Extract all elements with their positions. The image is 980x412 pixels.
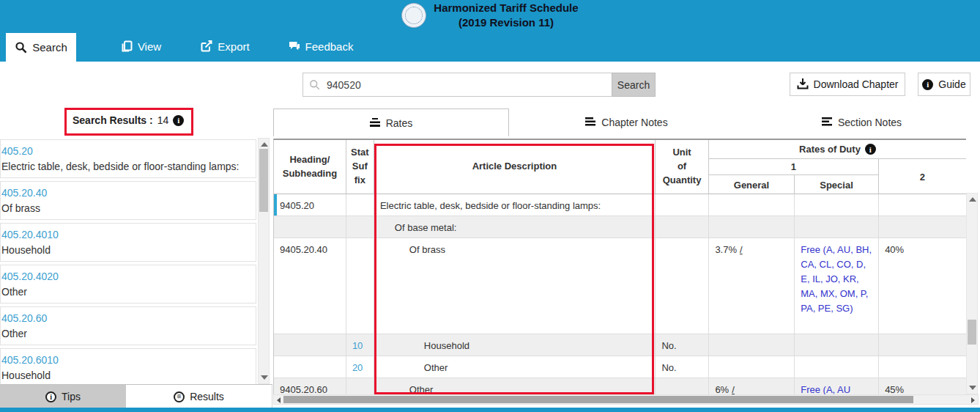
info-icon (45, 391, 56, 402)
nav-tab-feedback[interactable]: Feedback (277, 31, 365, 62)
app-title-line1: Harmonized Tariff Schedule (434, 1, 578, 15)
guide-button[interactable]: Guide (918, 73, 970, 96)
list-icon (174, 391, 185, 402)
duty-special-header: Special (795, 175, 879, 194)
result-card[interactable]: 405.20.40 Of brass (0, 181, 256, 220)
unit-cell: No. (656, 356, 709, 378)
result-code-link[interactable]: 405.20.60 (1, 311, 251, 326)
results-button[interactable]: Results (126, 385, 272, 408)
scroll-up-arrow[interactable] (969, 197, 976, 202)
scrollbar-thumb[interactable] (968, 320, 976, 345)
result-description: Household (1, 368, 251, 383)
article-description-cell: Electric table, desk, bedside or floor-s… (374, 194, 656, 216)
nav-tab-view[interactable]: View (106, 31, 176, 62)
scroll-right-arrow[interactable] (971, 397, 975, 403)
feedback-icon (289, 41, 300, 52)
rates-of-duty-info-icon[interactable] (865, 144, 876, 155)
result-card[interactable]: 405.20.60 Other (0, 306, 256, 345)
nav-tab-export[interactable]: Export (187, 31, 264, 62)
stat-suffix-link[interactable]: 10 (352, 340, 363, 351)
scrollbar-thumb[interactable] (259, 149, 268, 212)
special-rate-cell: Free (A, AU (795, 378, 879, 396)
table-row: 20 Other No. (274, 356, 966, 378)
duty2-cell (879, 194, 966, 216)
general-rate-value: 6% (715, 384, 729, 395)
article-description-cell: Of base metal: (374, 216, 656, 238)
info-icon (922, 79, 933, 90)
col-header-article-description: Article Description (374, 140, 656, 194)
result-code-link[interactable]: 405.20.4010 (1, 227, 251, 243)
search-results-label: Search Results : (73, 114, 153, 126)
general-rate-cell (709, 216, 795, 238)
table-header: Heading/Subheading StatSuffix Article De… (274, 140, 966, 194)
special-rate-cell (795, 334, 879, 356)
search-results-list: 405.20 Electric table, desk, bedside or … (0, 139, 256, 384)
heading-cell (274, 356, 346, 378)
heading-cell: 9405.20.40 (274, 238, 346, 334)
result-card[interactable]: 405.20.6010 Household (0, 348, 256, 384)
usitc-seal-logo (401, 3, 426, 28)
nav-bar: Search View Export Feedback (0, 31, 980, 62)
stat-suffix-cell (346, 216, 374, 238)
unit-cell (656, 238, 709, 334)
rates-table: Heading/Subheading StatSuffix Article De… (273, 139, 966, 405)
col-header-stat-suffix: StatSuffix (346, 140, 374, 194)
duty-general-header: General (709, 175, 795, 194)
search-button[interactable]: Search (612, 73, 656, 97)
footnote-link[interactable]: / (740, 244, 743, 255)
sidebar-scrollbar[interactable] (258, 138, 270, 384)
stat-suffix-link[interactable]: 20 (352, 362, 363, 373)
result-code-link[interactable]: 405.20 (1, 144, 251, 159)
result-description: Of brass (1, 201, 251, 216)
unit-cell (656, 378, 709, 396)
article-description-cell: Other (374, 378, 656, 396)
scroll-up-arrow[interactable] (261, 142, 268, 147)
result-code-link[interactable]: 405.20.6010 (1, 353, 251, 368)
scroll-down-arrow[interactable] (261, 375, 268, 380)
list-lines-icon (370, 117, 380, 129)
col-header-heading-subheading: Heading/Subheading (274, 140, 346, 194)
result-code-link[interactable]: 405.20.4020 (1, 269, 251, 284)
special-rate-links[interactable]: Free (A, AU, BH, CA, CL, CO, D, E, IL, J… (801, 244, 872, 314)
tab-label: Rates (386, 117, 413, 129)
result-card[interactable]: 405.20 Electric table, desk, bedside or … (0, 139, 256, 178)
result-description: Other (1, 326, 251, 342)
list-lines-icon (822, 117, 832, 128)
scroll-left-arrow[interactable] (277, 397, 281, 403)
result-code-link[interactable]: 405.20.40 (1, 185, 251, 201)
nav-tab-search[interactable]: Search (6, 33, 76, 62)
result-description: Other (1, 284, 251, 300)
search-results-header: Search Results : 14 (73, 114, 184, 126)
search-input[interactable] (302, 73, 612, 97)
general-rate-cell (709, 194, 795, 216)
scrollbar-thumb[interactable] (283, 396, 913, 403)
unit-cell (656, 194, 709, 216)
footnote-link[interactable]: / (732, 384, 735, 395)
tips-label: Tips (62, 391, 81, 402)
special-rate-cell (795, 216, 879, 238)
duty2-cell: 40% (879, 238, 966, 334)
result-card[interactable]: 405.20.4010 Household (0, 223, 256, 262)
table-row: Of base metal: (274, 216, 966, 238)
rates-of-duty-header: Rates of Duty (709, 140, 966, 159)
tab-rates[interactable]: Rates (273, 108, 509, 136)
stat-suffix-cell: 20 (346, 356, 374, 378)
unit-cell (656, 216, 709, 238)
nav-tab-label: Search (32, 41, 67, 54)
duty2-cell (879, 356, 966, 378)
table-vertical-scrollbar[interactable] (966, 193, 978, 394)
nav-tab-label: View (138, 40, 161, 53)
tips-button[interactable]: Tips (0, 385, 126, 408)
result-description: Household (1, 243, 251, 258)
special-rate-links[interactable]: Free (A, AU (801, 384, 850, 395)
result-card[interactable]: 405.20.4020 Other (0, 265, 256, 304)
scroll-down-arrow[interactable] (969, 386, 976, 390)
table-row: 9405.20.40 Of brass 3.7%/ Free (A, AU, B… (274, 238, 966, 334)
search-results-info-icon[interactable] (173, 115, 184, 126)
table-horizontal-scrollbar[interactable] (273, 394, 979, 405)
table-row: 9405.20.60 Other 6%/ Free (A, AU 45% (274, 378, 966, 396)
tab-section-notes[interactable]: Section Notes (744, 108, 979, 136)
sidebar-footer: Tips Results (0, 384, 272, 408)
download-chapter-button[interactable]: Download Chapter (790, 73, 905, 96)
tab-chapter-notes[interactable]: Chapter Notes (509, 108, 744, 136)
